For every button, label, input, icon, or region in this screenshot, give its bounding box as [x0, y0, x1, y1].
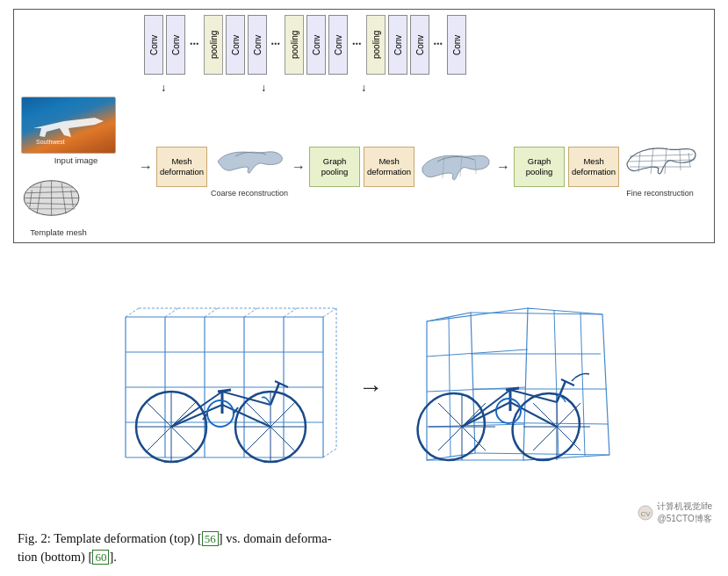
svg-line-38 [284, 308, 297, 317]
cnn-box-conv1: Conv [144, 15, 163, 75]
coarse-reconstruction-label: Coarse reconstruction [211, 189, 288, 198]
svg-line-92 [510, 390, 557, 402]
mesh-deformation-box-3: Meshdeformation [568, 147, 619, 187]
cnn-box-conv8: Conv [410, 15, 429, 75]
svg-line-66 [427, 308, 528, 321]
svg-line-35 [165, 308, 178, 317]
svg-line-69 [475, 453, 609, 455]
cnn-box-conv5: Conv [306, 15, 326, 75]
caption-ref-56: 56 [202, 531, 219, 546]
cnn-box-pooling3: pooling [366, 15, 386, 75]
caption-text-2: ] vs. domain deforma- [219, 531, 332, 545]
cnn-box-pooling2: pooling [285, 15, 304, 75]
svg-text:CV: CV [641, 510, 652, 518]
svg-line-58 [270, 383, 279, 405]
cnn-dots-2: ··· [270, 15, 283, 75]
svg-line-55 [171, 392, 222, 427]
arrow-3: → [496, 159, 510, 175]
caption-ref-60: 60 [92, 550, 109, 565]
coarse-shape-svg [213, 137, 285, 185]
fine-shape-svg [623, 137, 697, 185]
caption-text-1: Fig. 2: Template deformation (top) [ [18, 531, 202, 545]
cnn-box-conv6: Conv [328, 15, 348, 75]
graph-pooling-box-1: Graphpooling [309, 147, 360, 187]
caption: Fig. 2: Template deformation (top) [56] … [13, 529, 715, 568]
caption-text-4: ]. [109, 550, 116, 564]
svg-line-37 [244, 308, 257, 317]
template-mesh-svg [21, 174, 83, 222]
mesh-deformation-3: Meshdeformation [568, 147, 619, 187]
svg-line-36 [205, 308, 218, 317]
mesh-deformation-2: Meshdeformation [364, 147, 414, 187]
mesh-deformation-box-1: Meshdeformation [156, 147, 207, 187]
cnn-dots-1: ··· [188, 15, 201, 75]
graph-pooling-1: Graphpooling [309, 147, 360, 187]
svg-line-18 [680, 149, 681, 170]
svg-line-53 [171, 405, 222, 427]
watermark: CV 计算机视觉life @51CTO博客 [638, 500, 712, 525]
svg-line-34 [126, 308, 139, 317]
svg-line-42 [323, 449, 336, 457]
svg-line-39 [323, 308, 336, 317]
svg-line-20 [630, 155, 693, 156]
bicycle-cage-before [108, 304, 341, 470]
cnn-dots-3: ··· [350, 15, 364, 75]
svg-line-78 [580, 313, 585, 456]
svg-line-71 [427, 349, 528, 356]
fine-reconstruction-step: Fine reconstruction [623, 137, 697, 198]
bicycle-after-svg [400, 304, 620, 466]
bottom-diagram: → [13, 248, 715, 526]
svg-line-60 [218, 390, 231, 392]
watermark-icon: CV [638, 505, 653, 521]
template-mesh-area: Template mesh [21, 174, 131, 237]
svg-line-70 [449, 317, 450, 457]
svg-line-21 [628, 160, 695, 162]
svg-line-76 [473, 422, 609, 424]
svg-line-96 [506, 388, 519, 390]
caption-text-3: tion (bottom) [ [18, 550, 92, 564]
watermark-line2: @51CTO博客 [657, 513, 712, 525]
graph-pooling-2: Graphpooling [514, 147, 565, 187]
cnn-box-conv7: Conv [388, 15, 407, 75]
bicycle-arrow: → [358, 373, 383, 401]
bicycle-before-svg [108, 304, 341, 466]
bicycle-cage-after [400, 304, 620, 470]
cnn-dots-4: ··· [432, 15, 445, 75]
mesh-deformation-box-2: Meshdeformation [364, 147, 414, 187]
fine-reconstruction-label: Fine reconstruction [626, 189, 694, 198]
arrow-2: → [292, 159, 306, 175]
input-image-label: Input image [21, 155, 131, 165]
mesh-deformation-1: Meshdeformation [156, 147, 207, 187]
input-image-area: Southwest Input image [21, 97, 131, 165]
medium-shape-svg [418, 143, 493, 191]
watermark-line1: 计算机视觉life [657, 500, 712, 513]
template-mesh-label: Template mesh [21, 227, 96, 237]
cnn-box-conv2: Conv [166, 15, 185, 75]
svg-marker-65 [523, 308, 609, 460]
arrow-1: → [139, 159, 153, 175]
cnn-box-conv4: Conv [248, 15, 267, 75]
cnn-box-conv3: Conv [226, 15, 245, 75]
svg-text:Southwest: Southwest [36, 139, 65, 145]
coarse-reconstruction-step: Coarse reconstruction [211, 137, 288, 198]
graph-pooling-box-2: Graphpooling [514, 147, 565, 187]
medium-shape-step [418, 143, 493, 191]
cnn-box-pooling1: pooling [204, 15, 223, 75]
top-diagram: Conv Conv ··· pooling Conv Conv ··· pool… [13, 9, 715, 243]
cnn-box-conv9: Conv [447, 15, 466, 75]
main-container: Conv Conv ··· pooling Conv Conv ··· pool… [0, 0, 728, 576]
